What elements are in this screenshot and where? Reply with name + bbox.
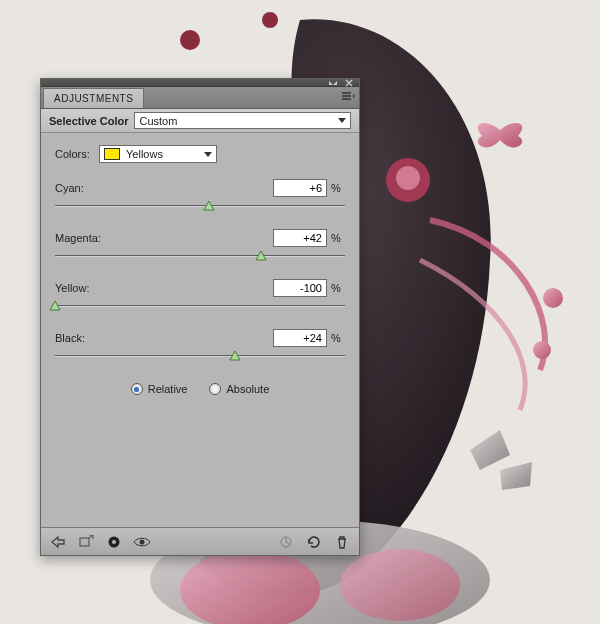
reset-icon[interactable] — [303, 532, 325, 552]
panel-titlebar[interactable] — [41, 79, 359, 87]
svg-point-2 — [340, 549, 460, 621]
visibility-icon[interactable] — [131, 532, 153, 552]
slider-yellow: Yellow: % — [55, 279, 345, 313]
percent-symbol: % — [331, 232, 345, 244]
svg-point-5 — [543, 288, 563, 308]
method-row: Relative Absolute — [55, 383, 345, 395]
thumb-yellow[interactable] — [49, 300, 61, 314]
panel-menu-icon[interactable] — [341, 91, 355, 103]
radio-dot-icon — [131, 383, 143, 395]
label-magenta: Magenta: — [55, 232, 273, 244]
svg-point-4 — [262, 12, 278, 28]
svg-point-3 — [180, 30, 200, 50]
preset-value: Custom — [139, 115, 177, 127]
radio-relative[interactable]: Relative — [131, 383, 188, 395]
panel-header: Selective Color Custom — [41, 109, 359, 133]
value-cyan[interactable] — [273, 179, 327, 197]
trash-icon[interactable] — [331, 532, 353, 552]
svg-point-12 — [140, 539, 145, 544]
svg-point-8 — [396, 166, 420, 190]
svg-rect-9 — [80, 538, 89, 546]
clip-to-layer-icon[interactable] — [103, 532, 125, 552]
color-swatch-icon — [104, 148, 120, 160]
label-yellow: Yellow: — [55, 282, 273, 294]
colors-select[interactable]: Yellows — [99, 145, 217, 163]
slider-cyan: Cyan: % — [55, 179, 345, 213]
colors-label: Colors: — [55, 148, 95, 160]
collapse-icon[interactable] — [326, 80, 340, 86]
tab-adjustments[interactable]: ADJUSTMENTS — [43, 88, 144, 108]
thumb-magenta[interactable] — [255, 250, 267, 264]
chevron-down-icon — [204, 152, 212, 157]
adjustments-panel: ADJUSTMENTS Selective Color Custom Color… — [40, 78, 360, 556]
preset-select[interactable]: Custom — [134, 112, 351, 129]
percent-symbol: % — [331, 282, 345, 294]
close-icon[interactable] — [342, 80, 356, 86]
colors-row: Colors: Yellows — [55, 145, 345, 163]
panel-footer — [41, 527, 359, 555]
track-cyan[interactable] — [55, 199, 345, 213]
slider-black: Black: % — [55, 329, 345, 363]
thumb-cyan[interactable] — [203, 200, 215, 214]
adjustment-title: Selective Color — [49, 115, 128, 127]
percent-symbol: % — [331, 332, 345, 344]
tab-row: ADJUSTMENTS — [41, 87, 359, 109]
radio-absolute-label: Absolute — [226, 383, 269, 395]
track-yellow[interactable] — [55, 299, 345, 313]
previous-state-icon[interactable] — [275, 532, 297, 552]
back-icon[interactable] — [47, 532, 69, 552]
label-cyan: Cyan: — [55, 182, 273, 194]
svg-point-6 — [533, 341, 551, 359]
radio-relative-label: Relative — [148, 383, 188, 395]
panel-body: Colors: Yellows Cyan: % — [41, 133, 359, 527]
track-magenta[interactable] — [55, 249, 345, 263]
track-black[interactable] — [55, 349, 345, 363]
value-black[interactable] — [273, 329, 327, 347]
label-black: Black: — [55, 332, 273, 344]
svg-point-11 — [112, 540, 116, 544]
radio-absolute[interactable]: Absolute — [209, 383, 269, 395]
chevron-down-icon — [338, 118, 346, 123]
colors-value: Yellows — [126, 148, 163, 160]
radio-dot-icon — [209, 383, 221, 395]
slider-magenta: Magenta: % — [55, 229, 345, 263]
expand-view-icon[interactable] — [75, 532, 97, 552]
value-magenta[interactable] — [273, 229, 327, 247]
thumb-black[interactable] — [229, 350, 241, 364]
percent-symbol: % — [331, 182, 345, 194]
value-yellow[interactable] — [273, 279, 327, 297]
